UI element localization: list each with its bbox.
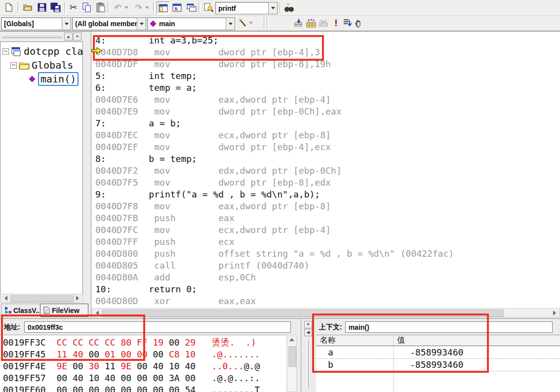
filter-combobox-arrow[interactable]: [137, 18, 146, 30]
watch-expand-button[interactable]: ◀: [304, 329, 312, 336]
find-combobox-arrow[interactable]: [268, 2, 277, 14]
copy-icon: [82, 2, 91, 12]
memory-byte: 3A: [169, 373, 185, 383]
tree-item-label: dotcpp cla: [24, 45, 83, 57]
disassembly-line: 0040D7EF mov dword ptr [ebp-4],ecx: [95, 141, 454, 153]
disassembly-line: 0040D7F2 mov edx,dword ptr [ebp-0Ch]: [95, 165, 454, 177]
cut-button[interactable]: ✂: [67, 1, 80, 13]
wizard-bar: [Globals] (All global members main !: [0, 16, 560, 32]
memory-byte: 9E: [56, 361, 73, 371]
member-combobox[interactable]: main: [147, 17, 235, 30]
disassembly-lines: 4: int a=3,b=25;0040D7D8 mov dword ptr […: [95, 35, 454, 318]
scroll-right-button[interactable]: [74, 295, 82, 302]
variable-row[interactable]: b-858993460: [316, 358, 560, 371]
scrollbar-thumb[interactable]: [288, 346, 296, 367]
undo-dropdown[interactable]: [124, 5, 129, 11]
context-combobox[interactable]: main(): [345, 321, 553, 333]
scroll-up-button[interactable]: [288, 336, 296, 343]
tree-horizontal-scrollbar[interactable]: [0, 294, 83, 303]
compile-button[interactable]: [292, 17, 305, 29]
memory-ascii: .@.......: [212, 349, 260, 359]
windows-cascade-button[interactable]: [185, 1, 198, 13]
copy-button[interactable]: [80, 1, 93, 13]
tree-item-main[interactable]: main(): [26, 73, 79, 85]
scope-combobox-arrow[interactable]: [62, 18, 71, 30]
memory-address-input[interactable]: 0x0019ff3c: [24, 321, 291, 333]
toolbar-separator: [280, 2, 281, 13]
redo-button[interactable]: ↷: [132, 1, 145, 13]
member-combobox-arrow[interactable]: [226, 18, 235, 30]
save-button[interactable]: [36, 1, 48, 13]
tree-item-dotcpp-classes[interactable]: dotcpp cla: [2, 45, 83, 58]
undo-button[interactable]: ↶: [112, 1, 124, 13]
filter-combobox[interactable]: (All global members: [72, 17, 146, 30]
memory-ascii: 烫烫. .): [212, 337, 256, 348]
wizard-actions-dropdown[interactable]: [249, 20, 254, 26]
watch-close-button[interactable]: ✕: [304, 321, 312, 328]
variable-row[interactable]: a-858993460: [316, 346, 560, 359]
memory-byte: 40: [73, 373, 89, 383]
workspace-toggle-button[interactable]: [157, 1, 170, 14]
disassembly-pane[interactable]: 4: int a=3,b=25;0040D7D8 mov dword ptr […: [91, 32, 560, 318]
find-in-files-button[interactable]: ?: [283, 1, 295, 13]
memory-byte: 54: [185, 385, 201, 392]
scrollbar-thumb[interactable]: [10, 295, 74, 302]
memory-row: 0019FF60 00 00 00 00 00 00 00 00 54 ....…: [3, 384, 286, 392]
memory-byte: 10: [88, 373, 105, 383]
tab-classview[interactable]: ClassV...: [1, 304, 45, 316]
scroll-right-button[interactable]: [551, 310, 559, 316]
scroll-left-button[interactable]: [1, 295, 9, 302]
memory-byte: CC: [105, 337, 121, 348]
memory-hex-dump[interactable]: 0019FF3C CC CC CC CC 80 FF 19 00 29 烫烫. …: [0, 335, 286, 392]
dock-grip[interactable]: [306, 341, 309, 388]
column-header-name[interactable]: 名称: [316, 335, 393, 346]
paste-button[interactable]: [94, 1, 107, 13]
tree-item-label-selected: main(): [38, 72, 79, 86]
memory-byte: 9E: [120, 361, 137, 371]
collapse-box-icon[interactable]: [10, 62, 17, 69]
open-file-button[interactable]: [22, 1, 34, 13]
find-tool-button[interactable]: [202, 1, 214, 13]
output-toggle-button[interactable]: [171, 1, 183, 13]
scroll-left-button[interactable]: [93, 310, 101, 316]
workspace-minimize-button[interactable]: ▲: [64, 33, 73, 40]
scrollbar-thumb[interactable]: [102, 310, 504, 317]
breakpoint-hand-button[interactable]: [353, 17, 365, 29]
disassembly-line: 0040D80D xor eax,eax: [95, 295, 454, 307]
scope-combobox[interactable]: [Globals]: [1, 17, 71, 30]
filter-combobox-value: (All global members: [73, 20, 137, 28]
undo-icon: ↶: [114, 2, 121, 13]
redo-dropdown[interactable]: [145, 5, 150, 11]
memory-byte: 00: [137, 349, 153, 359]
open-folder-icon: [23, 3, 33, 11]
variable-value: -858993460: [405, 359, 463, 370]
workspace-drag-grip[interactable]: [2, 35, 62, 38]
find-combobox[interactable]: printf: [215, 2, 278, 14]
collapse-box-icon[interactable]: [2, 48, 9, 55]
column-header-value[interactable]: 值: [393, 335, 560, 346]
memory-byte: 00: [120, 349, 137, 359]
memory-row-address: 0019FF60: [3, 385, 56, 392]
build-button[interactable]: [305, 17, 317, 29]
memory-byte: 10: [185, 349, 201, 359]
memory-vertical-scrollbar[interactable]: [287, 335, 297, 392]
memory-row-address: 0019FF4E: [3, 361, 56, 371]
go-button[interactable]: [341, 17, 353, 29]
new-file-button[interactable]: [2, 1, 14, 13]
tree-item-globals[interactable]: Globals: [10, 59, 73, 72]
wizard-actions-button[interactable]: [237, 17, 249, 29]
tab-fileview[interactable]: FileView: [40, 304, 88, 317]
memory-byte: 00: [169, 337, 185, 348]
folder-icon: [19, 61, 30, 70]
disassembly-line: 0040D800 push offset string "a = %d , b …: [95, 248, 454, 260]
disassembly-line: 0040D7F8 mov eax,dword ptr [ebp-8]: [95, 200, 454, 212]
memory-gap: [201, 361, 212, 371]
memory-gap: [201, 385, 212, 392]
stop-build-button[interactable]: [317, 17, 329, 29]
save-all-button[interactable]: [49, 1, 62, 13]
toolbar-separator: [199, 2, 200, 13]
disassembly-line: 4: int a=3,b=25;: [95, 35, 454, 46]
workspace-close-button[interactable]: ✕: [73, 33, 81, 40]
scope-combobox-value: [Globals]: [1, 20, 62, 28]
disassembly-horizontal-scrollbar[interactable]: [92, 308, 560, 317]
